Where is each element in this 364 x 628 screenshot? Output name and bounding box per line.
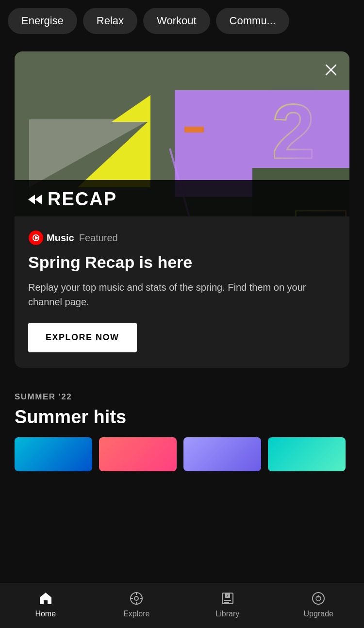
album-thumb-4[interactable]: [268, 437, 346, 471]
tab-relax[interactable]: Relax: [83, 8, 137, 34]
close-button[interactable]: [321, 60, 341, 80]
tab-workout[interactable]: Workout: [143, 8, 210, 34]
bottom-nav: Home Explore ♪ Li: [0, 583, 364, 628]
banner-description: Replay your top music and stats of the s…: [28, 280, 336, 309]
yt-music-label: Music: [47, 232, 74, 244]
explore-now-button[interactable]: EXPLORE NOW: [28, 323, 137, 352]
album-thumbnails-row: [15, 437, 349, 471]
album-thumb-2[interactable]: [99, 437, 177, 471]
svg-rect-9: [184, 127, 204, 132]
nav-label-library: Library: [215, 610, 239, 618]
yt-music-logo: Music: [28, 230, 74, 246]
tab-community[interactable]: Commu...: [216, 8, 289, 34]
svg-point-18: [134, 596, 138, 600]
nav-label-upgrade: Upgrade: [304, 610, 333, 618]
upgrade-icon: [310, 590, 327, 607]
recap-label: RECAP: [48, 189, 117, 210]
banner-content: Music Featured Spring Recap is here Repl…: [15, 216, 349, 368]
nav-item-upgrade[interactable]: Upgrade: [299, 590, 338, 618]
recap-rewind-icon: [26, 191, 44, 208]
nav-item-home[interactable]: Home: [26, 590, 65, 618]
library-icon: ♪: [219, 590, 236, 607]
home-icon: [37, 590, 54, 607]
featured-label: Featured: [79, 232, 118, 244]
tab-energise[interactable]: Energise: [8, 8, 77, 34]
summer-label: SUMMER '22: [15, 392, 349, 402]
banner-source-row: Music Featured: [28, 230, 336, 246]
summer-title: Summer hits: [15, 407, 349, 428]
svg-point-28: [313, 593, 324, 604]
recap-overlay: RECAP: [15, 180, 349, 216]
album-thumb-1[interactable]: [15, 437, 92, 471]
nav-label-home: Home: [35, 610, 56, 618]
banner-image: 2 7: [15, 51, 349, 216]
nav-item-library[interactable]: ♪ Library: [208, 590, 247, 618]
svg-text:2: 2: [272, 88, 315, 175]
svg-text:♪: ♪: [226, 594, 228, 598]
svg-marker-12: [28, 195, 35, 204]
yt-music-icon: [28, 230, 44, 246]
tabs-row: Energise Relax Workout Commu...: [0, 0, 364, 42]
svg-marker-13: [35, 195, 42, 204]
summer-section: SUMMER '22 Summer hits: [0, 378, 364, 476]
banner-title: Spring Recap is here: [28, 252, 336, 272]
banner-card: 2 7: [15, 51, 349, 368]
album-thumb-3[interactable]: [183, 437, 261, 471]
nav-label-explore: Explore: [123, 610, 149, 618]
nav-item-explore[interactable]: Explore: [117, 590, 156, 618]
explore-icon: [128, 590, 145, 607]
